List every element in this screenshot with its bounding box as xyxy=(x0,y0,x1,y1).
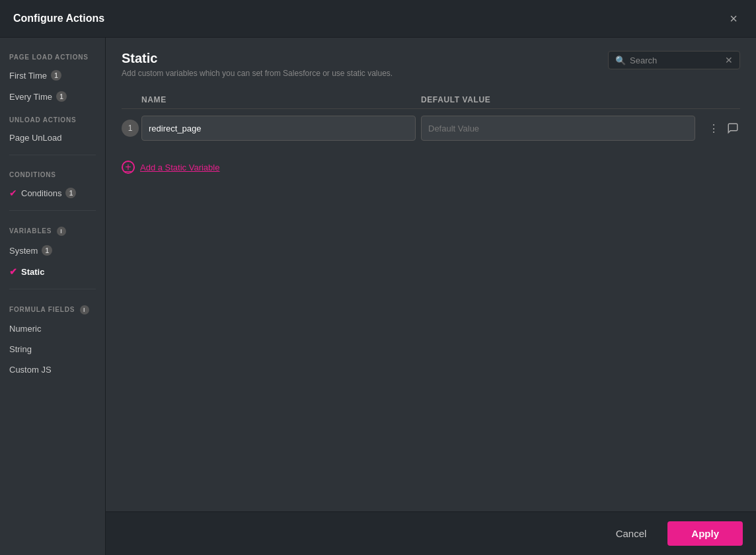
default-value-col-label: Default Value xyxy=(421,95,700,104)
table-header: Name Default Value xyxy=(122,91,740,109)
divider-2 xyxy=(9,210,96,211)
sidebar-item-system[interactable]: System 1 xyxy=(0,240,105,261)
first-time-badge: 1 xyxy=(51,70,61,81)
modal-title: Configure Actions xyxy=(13,13,104,24)
content-area: Static Add custom variables which you ca… xyxy=(106,38,756,511)
more-options-button[interactable]: ⋮ xyxy=(707,121,720,136)
sidebar-item-every-time[interactable]: Every Time 1 xyxy=(0,86,105,107)
modal-footer: Cancel Apply xyxy=(106,511,756,555)
conditions-badge: 1 xyxy=(65,188,76,198)
apply-button[interactable]: Apply xyxy=(667,521,743,546)
conditions-label: CONDITIONS xyxy=(0,162,105,182)
add-static-variable-link[interactable]: + Add a Static Variable xyxy=(122,161,740,174)
title-block: Static Add custom variables which you ca… xyxy=(122,51,393,78)
static-check-icon: ✔ xyxy=(9,266,17,277)
variables-info-icon: i xyxy=(57,227,66,236)
divider-1 xyxy=(9,155,96,155)
every-time-label: Every Time xyxy=(9,92,52,102)
row-actions: ⋮ xyxy=(700,121,740,136)
numeric-label: Numeric xyxy=(9,324,41,334)
sidebar-item-static[interactable]: ✔ Static xyxy=(0,261,105,282)
conditions-item-label: Conditions xyxy=(21,188,61,198)
system-badge: 1 xyxy=(42,245,52,256)
sidebar-item-numeric[interactable]: Numeric xyxy=(0,318,105,339)
divider-3 xyxy=(9,289,96,289)
conditions-check-icon: ✔ xyxy=(9,188,17,198)
cancel-button[interactable]: Cancel xyxy=(603,521,660,546)
system-label: System xyxy=(9,246,38,256)
variables-label: VARIABLES i xyxy=(0,217,105,240)
name-col-label: Name xyxy=(141,95,421,104)
table-row: 1 ⋮ xyxy=(122,112,740,145)
modal-header: Configure Actions × xyxy=(0,0,756,38)
configure-actions-modal: Configure Actions × PAGE LOAD ACTIONS Fi… xyxy=(0,0,756,555)
modal-body: PAGE LOAD ACTIONS First Time 1 Every Tim… xyxy=(0,38,756,555)
add-variable-label: Add a Static Variable xyxy=(140,163,219,172)
main-content: Static Add custom variables which you ca… xyxy=(106,38,756,555)
sidebar: PAGE LOAD ACTIONS First Time 1 Every Tim… xyxy=(0,38,106,555)
static-label: Static xyxy=(21,267,44,277)
sidebar-item-custom-js[interactable]: Custom JS xyxy=(0,359,105,380)
sidebar-item-page-unload[interactable]: Page UnLoad xyxy=(0,128,105,148)
search-input[interactable] xyxy=(630,56,721,65)
comment-button[interactable] xyxy=(726,121,740,135)
sidebar-item-string[interactable]: String xyxy=(0,339,105,359)
search-box: 🔍 ✕ xyxy=(608,51,740,69)
row-number: 1 xyxy=(122,120,139,137)
unload-actions-label: UNLOAD ACTIONS xyxy=(0,107,105,128)
sidebar-item-first-time[interactable]: First Time 1 xyxy=(0,65,105,86)
add-icon: + xyxy=(122,161,135,174)
page-load-actions-label: PAGE LOAD ACTIONS xyxy=(0,44,105,65)
sidebar-item-conditions[interactable]: ✔ Conditions 1 xyxy=(0,182,105,204)
string-label: String xyxy=(9,344,32,354)
every-time-badge: 1 xyxy=(56,91,67,102)
formula-fields-label: FORMULA FIELDS i xyxy=(0,296,105,318)
clear-search-icon[interactable]: ✕ xyxy=(725,55,733,65)
formula-fields-info-icon: i xyxy=(80,305,89,314)
variable-default-value-input[interactable] xyxy=(421,116,695,141)
search-icon: 🔍 xyxy=(615,56,626,65)
custom-js-label: Custom JS xyxy=(9,365,52,375)
first-time-label: First Time xyxy=(9,71,47,81)
content-subtitle: Add custom variables which you can set f… xyxy=(122,69,393,78)
content-title: Static xyxy=(122,51,393,66)
content-header: Static Add custom variables which you ca… xyxy=(122,51,740,78)
close-button[interactable]: × xyxy=(724,9,743,28)
page-unload-label: Page UnLoad xyxy=(9,133,62,143)
variable-name-input[interactable] xyxy=(141,116,416,141)
